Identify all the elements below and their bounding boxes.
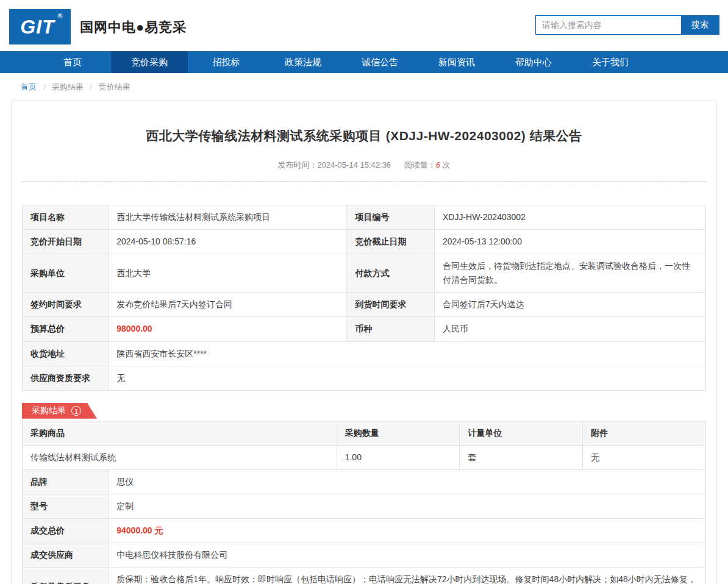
table-row: 成交供应商 中电科思仪科技股份有限公司 <box>23 543 706 568</box>
cell-value: 2024-05-13 12:00:00 <box>434 230 705 254</box>
cell-label: 竞价截止日期 <box>347 230 434 254</box>
cell-value: 思仪 <box>109 469 706 494</box>
nav-item-integrity-notices[interactable]: 诚信公告 <box>341 51 418 73</box>
breadcrumb-procurement-results-link[interactable]: 采购结果 <box>52 82 84 91</box>
table-row: 供应商资质要求 无 <box>23 366 706 390</box>
cell-value: 质保期：验收合格后1年。响应时效：即时响应（包括电话响应）；电话响应无法解决72… <box>109 568 706 584</box>
page-title: 西北大学传输线法材料测试系统采购项目 (XDJJ-HW-202403002) 结… <box>22 127 706 144</box>
table-row: 成交总价 94000.00 元 <box>23 519 706 543</box>
cell-value: 套 <box>460 445 583 469</box>
budget-total-price: 98000.00 <box>109 317 347 341</box>
cell-value: 西北大学传输线法材料测试系统采购项目 <box>109 205 347 230</box>
cell-value: 人民币 <box>434 317 705 341</box>
nav-item-about-us[interactable]: 关于我们 <box>572 51 649 73</box>
cell-label: 币种 <box>347 317 434 341</box>
result-badge-label: 采购结果 <box>32 405 66 416</box>
table-row: 型号 定制 <box>23 494 706 519</box>
table-row: 收货地址 陕西省西安市长安区**** <box>23 341 706 366</box>
table-row: 项目名称 西北大学传输线法材料测试系统采购项目 项目编号 XDJJ-HW-202… <box>23 205 706 230</box>
deal-total-price: 94000.00 元 <box>109 519 706 543</box>
site-title: 国网中电●易竞采 <box>80 18 187 37</box>
cell-label: 成交供应商 <box>23 543 109 568</box>
nav-item-bidding-procurement[interactable]: 竞价采购 <box>111 51 188 73</box>
search-bar: 搜索 <box>535 15 719 35</box>
nav-item-home[interactable]: 首页 <box>34 51 111 73</box>
column-header: 计量单位 <box>460 421 583 445</box>
cell-label: 签约时间要求 <box>23 293 109 317</box>
breadcrumb: 首页 / 采购结果 / 竞价结果 <box>0 73 728 99</box>
cell-label: 预算总价 <box>23 317 109 341</box>
search-button[interactable]: 搜索 <box>681 16 719 34</box>
publish-time-label: 发布时间： <box>277 160 317 169</box>
nav-item-news[interactable]: 新闻资讯 <box>418 51 495 73</box>
cell-value: 无 <box>583 445 706 469</box>
cell-value: 中电科思仪科技股份有限公司 <box>109 543 706 568</box>
cell-label: 供应商资质要求 <box>23 366 109 390</box>
breadcrumb-separator: / <box>43 82 46 91</box>
cell-value: 1.00 <box>337 445 460 469</box>
dashed-divider <box>22 181 706 182</box>
search-input[interactable] <box>536 16 681 34</box>
result-detail-table: 品牌 思仪 型号 定制 成交总价 94000.00 元 成交供应商 中电科思仪科… <box>22 469 706 584</box>
cell-label: 项目名称 <box>23 205 109 230</box>
cell-value: 发布竞价结果后7天内签订合同 <box>109 293 347 317</box>
publish-info: 发布时间：2024-05-14 15:42:36 阅读量：6 次 <box>22 160 706 171</box>
cell-value: 2024-05-10 08:57:16 <box>109 230 347 254</box>
table-row: 质保及售后服务 质保期：验收合格后1年。响应时效：即时响应（包括电话响应）；电话… <box>23 568 706 584</box>
column-header: 附件 <box>583 421 706 445</box>
table-row: 预算总价 98000.00 币种 人民币 <box>23 317 706 341</box>
cell-label: 品牌 <box>23 469 109 494</box>
table-row: 传输线法材料测试系统 1.00 套 无 <box>23 445 706 469</box>
cell-label: 质保及售后服务 <box>23 568 109 584</box>
cell-label: 付款方式 <box>347 254 434 293</box>
announcement-card: 西北大学传输线法材料测试系统采购项目 (XDJJ-HW-202403002) 结… <box>11 100 717 584</box>
cell-value: 陕西省西安市长安区**** <box>109 341 706 366</box>
table-row: 品牌 思仪 <box>23 469 706 494</box>
publish-time-value: 2024-05-14 15:42:36 <box>317 160 391 169</box>
cell-label: 到货时间要求 <box>347 293 434 317</box>
nav-item-help-center[interactable]: 帮助中心 <box>495 51 572 73</box>
table-row: 竞价开始日期 2024-05-10 08:57:16 竞价截止日期 2024-0… <box>23 230 706 254</box>
cell-label: 型号 <box>23 494 109 519</box>
cell-label: 竞价开始日期 <box>23 230 109 254</box>
cell-value: XDJJ-HW-202403002 <box>434 205 705 230</box>
views-label: 阅读量： <box>404 160 436 169</box>
page-header: GIT ® 国网中电●易竞采 搜索 <box>0 0 728 51</box>
breadcrumb-home-link[interactable]: 首页 <box>21 82 37 91</box>
cell-value: 无 <box>109 366 706 390</box>
logo-text: GIT ® <box>20 16 59 38</box>
site-logo[interactable]: GIT ® <box>9 9 71 45</box>
cell-value: 合同生效后，待货物到达指定地点、安装调试验收合格后，一次性付清合同货款。 <box>434 254 705 293</box>
cell-value: 定制 <box>109 494 706 519</box>
breadcrumb-current-page: 竞价结果 <box>99 82 130 91</box>
nav-item-tenders[interactable]: 招投标 <box>188 51 265 73</box>
table-row: 签约时间要求 发布竞价结果后7天内签订合同 到货时间要求 合同签订后7天内送达 <box>23 293 706 317</box>
cell-label: 成交总价 <box>23 519 109 543</box>
cell-label: 收货地址 <box>23 341 109 366</box>
main-nav: 首页 竞价采购 招投标 政策法规 诚信公告 新闻资讯 帮助中心 关于我们 <box>0 51 728 73</box>
column-header: 采购数量 <box>337 421 460 445</box>
cell-value: 西北大学 <box>109 254 347 293</box>
result-product-table: 采购商品 采购数量 计量单位 附件 传输线法材料测试系统 1.00 套 无 <box>22 421 706 470</box>
registered-trademark-icon: ® <box>58 12 63 20</box>
table-row: 采购单位 西北大学 付款方式 合同生效后，待货物到达指定地点、安装调试验收合格后… <box>23 254 706 293</box>
nav-item-policies[interactable]: 政策法规 <box>265 51 341 73</box>
column-header: 采购商品 <box>23 421 337 445</box>
cell-value: 传输线法材料测试系统 <box>23 445 337 469</box>
result-badge: 采购结果 1 <box>22 403 97 419</box>
cell-label: 采购单位 <box>23 254 109 293</box>
views-unit: 次 <box>443 160 451 169</box>
breadcrumb-separator: / <box>90 82 93 91</box>
project-info-table: 项目名称 西北大学传输线法材料测试系统采购项目 项目编号 XDJJ-HW-202… <box>22 205 706 391</box>
result-count-badge: 1 <box>71 406 81 416</box>
views-count: 6 <box>436 160 440 169</box>
cell-value: 合同签订后7天内送达 <box>434 293 705 317</box>
cell-label: 项目编号 <box>347 205 434 230</box>
table-header-row: 采购商品 采购数量 计量单位 附件 <box>23 421 706 445</box>
